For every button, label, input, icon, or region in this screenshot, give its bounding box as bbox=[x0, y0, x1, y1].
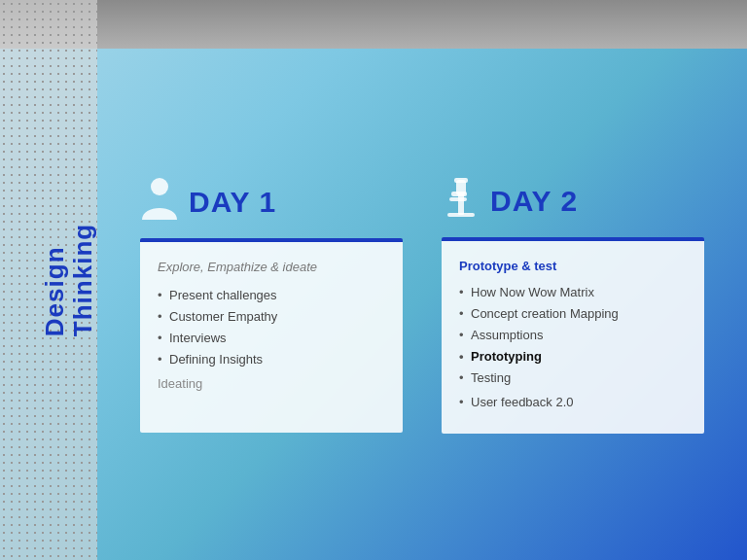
svg-rect-2 bbox=[458, 193, 464, 215]
list-item: Concept creation Mapping bbox=[459, 306, 687, 321]
list-item: Present challenges bbox=[158, 288, 385, 302]
day2-card: Prototype & test How Now Wow Matrix Conc… bbox=[442, 237, 704, 434]
list-item: Customer Empathy bbox=[158, 309, 385, 324]
list-item: Assumptions bbox=[459, 328, 687, 342]
svg-rect-6 bbox=[449, 197, 467, 201]
list-item: Testing bbox=[459, 370, 687, 385]
list-item: How Now Wow Matrix bbox=[459, 285, 687, 299]
day2-header: DAY 2 bbox=[442, 176, 578, 228]
design-label-line1: Design bbox=[40, 246, 69, 336]
design-thinking-label: Design Thinking bbox=[41, 224, 96, 336]
day1-footer: Ideating bbox=[158, 376, 385, 391]
day2-list: How Now Wow Matrix Concept creation Mapp… bbox=[459, 285, 687, 409]
day2-title: DAY 2 bbox=[490, 185, 578, 218]
day1-card: Explore, Empathize & ideate Present chal… bbox=[140, 238, 403, 433]
day1-subtitle: Explore, Empathize & ideate bbox=[158, 260, 385, 274]
svg-rect-5 bbox=[454, 178, 468, 183]
day1-column: DAY 1 Explore, Empathize & ideate Presen… bbox=[140, 177, 403, 433]
content-area: DAY 1 Explore, Empathize & ideate Presen… bbox=[97, 49, 747, 560]
list-item: Interviews bbox=[158, 331, 385, 345]
top-bar bbox=[0, 0, 747, 49]
day1-title: DAY 1 bbox=[189, 186, 276, 219]
list-item: Prototyping bbox=[459, 349, 687, 364]
day1-list: Present challenges Customer Empathy Inte… bbox=[158, 288, 385, 367]
day2-column: DAY 2 Prototype & test How Now Wow Matri… bbox=[442, 176, 704, 434]
day2-icon bbox=[442, 176, 480, 228]
list-item: Defining Insights bbox=[158, 352, 385, 367]
thinking-label-line2: Thinking bbox=[67, 224, 96, 336]
day2-card-title: Prototype & test bbox=[459, 259, 687, 273]
day1-header: DAY 1 bbox=[140, 177, 276, 228]
day1-icon bbox=[140, 177, 179, 228]
svg-point-0 bbox=[151, 178, 168, 195]
list-item: User feedback 2.0 bbox=[459, 395, 687, 409]
